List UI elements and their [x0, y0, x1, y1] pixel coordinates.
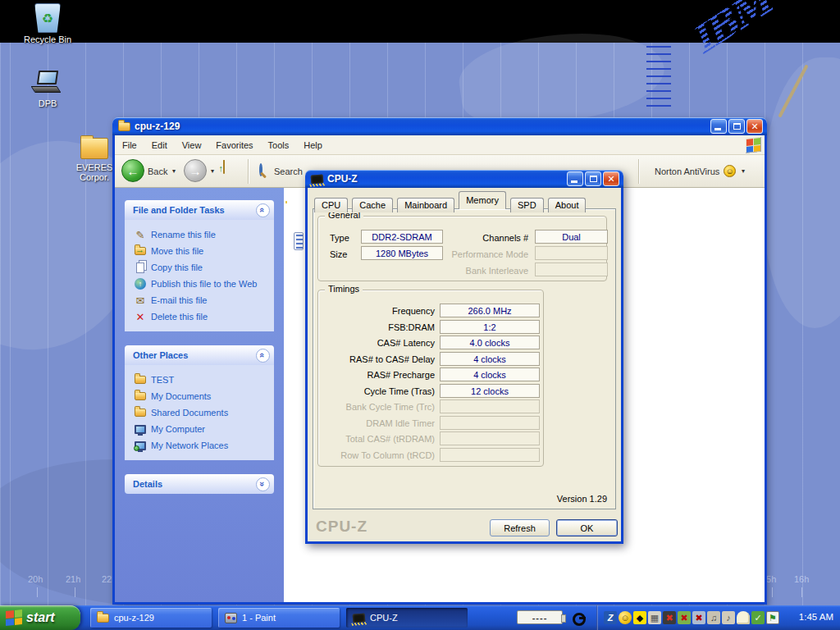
file-tasks-header[interactable]: File and Folder Tasks « [125, 200, 274, 220]
explorer-titlebar[interactable]: cpu-z-129 ✕ [112, 117, 767, 135]
tab-about[interactable]: About [548, 198, 587, 212]
back-button-label[interactable]: Back [148, 167, 167, 176]
channels-value: Dual [535, 230, 608, 244]
menu-help[interactable]: Help [296, 140, 330, 150]
menu-view[interactable]: View [175, 140, 209, 150]
tray-volume-icon[interactable]: ♪ [722, 611, 735, 624]
place-my-documents[interactable]: My Documents [133, 388, 272, 404]
taskbar-button-cpuz[interactable]: CPU-Z [346, 608, 468, 628]
maximize-button[interactable] [728, 119, 745, 134]
ok-button[interactable]: OK [556, 519, 618, 536]
minimize-button[interactable] [710, 119, 727, 134]
other-places-title: Other Places [133, 350, 188, 360]
windows-logo-icon [746, 137, 761, 153]
folder-icon [118, 122, 130, 131]
cycle-time-label: Cycle Time (Tras) [323, 386, 435, 396]
back-dropdown-icon[interactable]: ▾ [172, 167, 176, 175]
windows-logo-icon [6, 609, 22, 626]
close-button[interactable]: ✕ [603, 171, 619, 186]
bank-interleave-value [535, 262, 608, 276]
task-label: Rename this file [151, 230, 216, 240]
task-delete-file[interactable]: ✕ Delete this file [133, 308, 272, 325]
toolbar-separator [248, 159, 249, 184]
forward-button[interactable]: → [184, 159, 207, 182]
tab-memory[interactable]: Memory [459, 191, 506, 209]
explorer-task-pane: File and Folder Tasks « ✎ Rename this fi… [115, 188, 284, 602]
search-icon[interactable] [259, 163, 262, 176]
power-plug-icon[interactable] [572, 611, 585, 624]
menu-file[interactable]: File [115, 140, 144, 150]
battery-meter[interactable]: ---- [517, 610, 563, 624]
collapse-chevron-icon[interactable]: « [256, 203, 270, 217]
tray-network-disconnected-icon[interactable]: ✖ [692, 611, 705, 624]
other-places-body: TEST My Documents Shared Documents My Co… [125, 365, 274, 460]
desktop-icon-dpb[interactable]: DPB [16, 71, 79, 108]
tray-messenger-offline-icon[interactable]: ✖ [678, 611, 691, 624]
cas-latency-label: CAS# Latency [323, 338, 435, 348]
task-label: Delete this file [151, 312, 208, 322]
taskbar-clock[interactable]: 1:45 AM [799, 612, 833, 622]
minimize-button[interactable] [567, 171, 583, 186]
tab-cache[interactable]: Cache [352, 198, 393, 212]
close-button[interactable]: ✕ [746, 119, 763, 134]
forward-dropdown-icon[interactable]: ▾ [211, 167, 214, 175]
desktop-icon-recycle-bin[interactable]: ♻ Recycle Bin [16, 3, 79, 44]
file-tasks-body: ✎ Rename this file → Move this file Copy… [125, 220, 274, 331]
taskbar-button-paint[interactable]: 1 - Paint [218, 608, 340, 628]
file-icon[interactable] [294, 232, 304, 250]
memory-tab-panel: General Type DDR2-SDRAM Size 1280 MBytes… [313, 208, 616, 509]
tab-cpu[interactable]: CPU [314, 198, 348, 212]
timings-legend: Timings [325, 284, 363, 294]
place-label: My Documents [151, 391, 211, 401]
cpu-chip-icon [311, 174, 324, 184]
collapse-chevron-icon[interactable]: « [256, 349, 270, 363]
place-my-network[interactable]: My Network Places [133, 437, 272, 454]
task-publish-file[interactable]: ↑ Publish this file to the Web [133, 276, 272, 292]
norton-dropdown-icon[interactable]: ▾ [742, 167, 745, 175]
tray-service-alert-icon[interactable]: ✖ [663, 611, 676, 624]
bank-interleave-label: Bank Interleave [433, 266, 528, 276]
task-email-file[interactable]: ✉ E-mail this file [133, 292, 272, 308]
window-title: CPU-Z [327, 173, 563, 185]
tray-update-icon[interactable]: ✓ [751, 611, 765, 624]
start-button[interactable]: start [0, 605, 80, 630]
task-rename-file[interactable]: ✎ Rename this file [133, 226, 272, 243]
search-button-label[interactable]: Search [274, 167, 303, 176]
taskbar: start cpu-z-129 1 - Paint CPU-Z ---- Z ☺… [0, 605, 840, 630]
tray-task-icon[interactable]: ⚑ [766, 611, 779, 624]
forward-arrow-icon: → [189, 164, 202, 178]
norton-antivirus-label[interactable]: Norton AntiVirus [655, 167, 719, 176]
tray-ghost-icon[interactable] [737, 611, 750, 624]
my-network-icon [133, 441, 148, 450]
back-button[interactable]: ← [121, 159, 144, 182]
place-label: Shared Documents [151, 408, 228, 418]
tray-remote-audio-icon[interactable]: ♫ [707, 611, 720, 624]
folder-icon [133, 376, 148, 384]
timezone-label: 21h [66, 574, 80, 584]
task-copy-file[interactable]: Copy this file [133, 259, 272, 276]
tray-network-icon[interactable]: ▦ [648, 611, 661, 624]
refresh-button[interactable]: Refresh [490, 519, 550, 536]
menu-favorites[interactable]: Favorites [208, 140, 260, 150]
desktop-icon-label: Recycle Bin [16, 34, 79, 44]
maximize-button[interactable] [585, 171, 601, 186]
other-places-header[interactable]: Other Places « [125, 345, 274, 365]
place-test[interactable]: TEST [133, 372, 272, 388]
details-header[interactable]: Details » [125, 474, 274, 494]
tab-mainboard[interactable]: Mainboard [397, 198, 454, 212]
menu-tools[interactable]: Tools [261, 140, 297, 150]
taskbar-button-explorer[interactable]: cpu-z-129 [90, 608, 212, 628]
ras-precharge-label: RAS# Precharge [323, 370, 435, 380]
up-button[interactable]: ↑ [223, 162, 225, 174]
tab-spd[interactable]: SPD [510, 198, 544, 212]
menu-edit[interactable]: Edit [144, 140, 175, 150]
tray-liveupdate-icon[interactable]: ◆ [633, 611, 646, 624]
task-move-file[interactable]: → Move this file [133, 243, 272, 259]
tray-firewall-icon[interactable]: Z [604, 611, 617, 624]
norton-icon[interactable]: ☺ [724, 165, 736, 177]
expand-chevron-icon[interactable]: » [256, 477, 270, 491]
tray-norton-antivirus-icon[interactable]: ☺ [619, 611, 632, 624]
place-shared-documents[interactable]: Shared Documents [133, 404, 272, 421]
cpuz-titlebar[interactable]: CPU-Z ✕ [305, 170, 623, 188]
place-my-computer[interactable]: My Computer [133, 421, 272, 437]
